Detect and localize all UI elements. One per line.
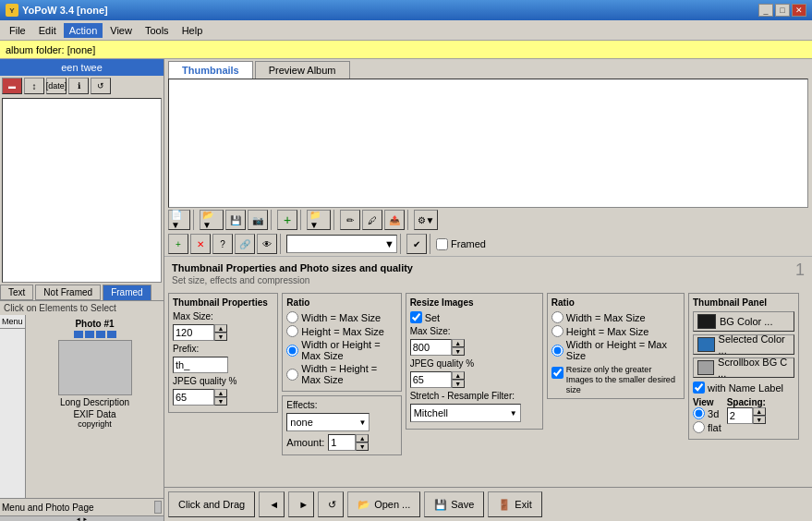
menu-action[interactable]: Action bbox=[64, 23, 103, 38]
tab-preview-album[interactable]: Preview Album bbox=[255, 61, 350, 79]
spacing-up[interactable]: ▲ bbox=[753, 407, 766, 416]
resize-max-up[interactable]: ▲ bbox=[452, 339, 465, 347]
export-button[interactable]: 📤 bbox=[384, 210, 405, 230]
effects-group: Effects: none ▼ Amount: ▲ bbox=[282, 395, 401, 455]
sep5 bbox=[407, 210, 411, 230]
exit-button[interactable]: 🚪 Exit bbox=[488, 491, 541, 517]
amount-input[interactable] bbox=[328, 434, 356, 451]
jpeg-input[interactable] bbox=[173, 389, 214, 406]
menu-edit[interactable]: Edit bbox=[33, 23, 62, 38]
menu-file[interactable]: File bbox=[4, 23, 31, 38]
ratio-equal-radio[interactable] bbox=[286, 369, 298, 381]
style-combo[interactable]: ▼ bbox=[286, 235, 397, 253]
view-3d-radio[interactable] bbox=[693, 407, 705, 419]
save-icon: 💾 bbox=[434, 499, 447, 511]
edit-button[interactable]: ✏ bbox=[340, 210, 360, 230]
refresh-small-button[interactable]: ↺ bbox=[91, 78, 111, 94]
sort-button[interactable]: ↕ bbox=[24, 78, 44, 94]
tab-thumbnails[interactable]: Thumbnails bbox=[168, 61, 253, 79]
resize-ratio-width-radio[interactable] bbox=[551, 311, 564, 323]
sort-asc-button[interactable]: ▬ bbox=[2, 78, 22, 94]
delete-button[interactable]: ✕ bbox=[190, 234, 211, 254]
view-flat-label: flat bbox=[708, 422, 721, 433]
click-drag-button[interactable]: Click and Drag bbox=[168, 491, 255, 517]
amount-up[interactable]: ▲ bbox=[356, 434, 369, 442]
amount-down[interactable]: ▼ bbox=[356, 442, 369, 451]
help-button[interactable]: ? bbox=[212, 234, 233, 254]
save-small-button[interactable]: 💾 bbox=[225, 210, 246, 230]
date-button[interactable]: [date] bbox=[46, 78, 67, 94]
open-folder-button[interactable]: 📂▼ bbox=[200, 210, 224, 230]
edit2-button[interactable]: 🖊 bbox=[362, 210, 382, 230]
max-size-input[interactable]: 120 bbox=[173, 324, 214, 341]
with-name-label-row: with Name Label bbox=[693, 382, 794, 394]
resize-only-checkbox[interactable] bbox=[551, 367, 564, 379]
resize-max-size-label: Max Size: bbox=[410, 326, 451, 336]
album-button[interactable]: 📁▼ bbox=[307, 210, 331, 230]
horizontal-scrollbar[interactable]: ◄ ► bbox=[0, 515, 164, 521]
prefix-input[interactable]: th_ bbox=[173, 357, 228, 373]
effects-label: Effects: bbox=[286, 400, 317, 410]
resize-jpeg-up[interactable]: ▲ bbox=[452, 371, 465, 380]
maximize-button[interactable]: □ bbox=[775, 4, 790, 17]
menu-help[interactable]: Help bbox=[176, 23, 209, 38]
open-button[interactable]: 📂 Open ... bbox=[347, 491, 420, 517]
scrollbox-label: Scrollbox BG C ... bbox=[718, 357, 790, 379]
camera-button[interactable]: 📷 bbox=[248, 210, 268, 230]
resize-max-down[interactable]: ▼ bbox=[452, 347, 465, 356]
click-hint: Click on Elements to Select bbox=[0, 301, 164, 315]
back-button[interactable]: ◄ bbox=[259, 491, 285, 517]
with-name-checkbox[interactable] bbox=[693, 382, 705, 394]
save-button[interactable]: 💾 Save bbox=[424, 491, 484, 517]
resize-jpeg-input[interactable] bbox=[410, 371, 452, 388]
resize-ratio-height-radio[interactable] bbox=[551, 325, 564, 337]
jpeg-down[interactable]: ▼ bbox=[214, 397, 227, 406]
new-button[interactable]: 📄▼ bbox=[168, 210, 190, 230]
tab-framed[interactable]: Framed bbox=[103, 285, 151, 300]
add-button[interactable]: + bbox=[277, 210, 297, 230]
spacing-input[interactable] bbox=[727, 407, 753, 424]
menu-sidebar-item[interactable]: Menu bbox=[0, 315, 25, 329]
bg-color-button[interactable]: BG Color ... bbox=[693, 311, 794, 332]
set-checkbox[interactable] bbox=[410, 311, 422, 323]
tab-text[interactable]: Text bbox=[0, 285, 33, 300]
combo-arrow: ▼ bbox=[384, 238, 394, 249]
exit-icon: 🚪 bbox=[498, 499, 511, 511]
add2-button[interactable]: + bbox=[168, 234, 188, 254]
selected-color-button[interactable]: Selected Color ... bbox=[693, 334, 794, 355]
info-button[interactable]: ℹ bbox=[68, 78, 89, 94]
bg-color-swatch bbox=[697, 314, 716, 329]
resize-handle[interactable] bbox=[154, 501, 162, 514]
apply-button[interactable]: ✔ bbox=[406, 234, 427, 254]
toolbar-row-1: 📄▼ 📂▼ 💾 📷 + 📁▼ ✏ 🖊 📤 ⚙▼ bbox=[164, 208, 812, 232]
stretch-filter-dropdown[interactable]: Mitchell ▼ bbox=[410, 404, 521, 422]
settings-button[interactable]: ⚙▼ bbox=[414, 210, 438, 230]
forward-button[interactable]: ► bbox=[288, 491, 314, 517]
ratio-height-radio[interactable] bbox=[286, 325, 298, 337]
max-size-down[interactable]: ▼ bbox=[214, 333, 227, 341]
effects-dropdown[interactable]: none ▼ bbox=[286, 413, 370, 431]
ratio-wh-radio[interactable] bbox=[286, 345, 298, 357]
max-size-up[interactable]: ▲ bbox=[214, 324, 227, 333]
spacing-down[interactable]: ▼ bbox=[753, 416, 766, 424]
refresh-button[interactable]: ↺ bbox=[318, 491, 344, 517]
jpeg-up[interactable]: ▲ bbox=[214, 389, 227, 397]
tab-not-framed[interactable]: Not Framed bbox=[35, 285, 101, 300]
minimize-button[interactable]: _ bbox=[758, 4, 773, 17]
resize-ratio-wh-radio[interactable] bbox=[551, 345, 564, 357]
jpeg-quality-label: JPEG quality % bbox=[173, 376, 236, 386]
effects-value: none bbox=[290, 417, 312, 428]
link-button[interactable]: 🔗 bbox=[235, 234, 255, 254]
menu-tools[interactable]: Tools bbox=[139, 23, 175, 38]
preview-button[interactable]: 👁 bbox=[257, 234, 277, 254]
resize-max-size-input[interactable] bbox=[410, 339, 452, 356]
close-button[interactable]: ✕ bbox=[792, 4, 806, 17]
stretch-arrow: ▼ bbox=[510, 409, 517, 418]
view-flat-radio[interactable] bbox=[693, 421, 705, 433]
framed-checkbox[interactable] bbox=[436, 238, 448, 250]
resize-jpeg-down[interactable]: ▼ bbox=[452, 380, 465, 388]
menu-view[interactable]: View bbox=[104, 23, 138, 38]
scrollbox-bg-button[interactable]: Scrollbox BG C ... bbox=[693, 357, 794, 378]
ratio-width-radio[interactable] bbox=[286, 311, 298, 323]
resize-ratio-title: Ratio bbox=[551, 297, 680, 308]
